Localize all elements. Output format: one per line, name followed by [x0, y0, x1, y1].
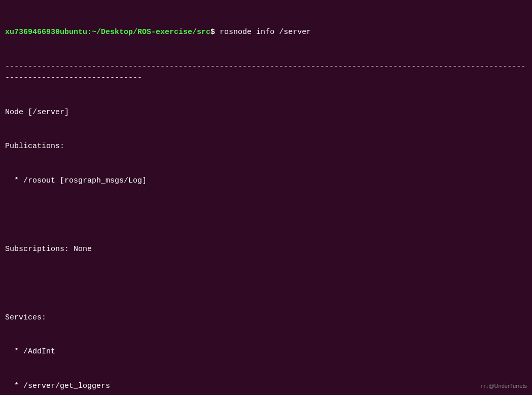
blank-2	[5, 278, 527, 290]
addint-service: * /AddInt	[5, 346, 527, 358]
node-line: Node [/server]	[5, 107, 527, 119]
blank-1	[5, 209, 527, 221]
publications-label: Publications:	[5, 141, 527, 153]
separator-line: ----------------------------------------…	[5, 61, 527, 84]
terminal-output: xu7369466930ubuntu:~/Desktop/ROS-exercis…	[5, 4, 527, 395]
current-path: ~/Desktop/ROS-exercise/src	[92, 28, 210, 37]
prompt-line: xu7369466930ubuntu:~/Desktop/ROS-exercis…	[5, 27, 527, 39]
path-separator: :~/Desktop/ROS-exercise/src	[87, 28, 210, 37]
command-text: rosnode info /server	[215, 28, 311, 37]
get-loggers-service: * /server/get_loggers	[5, 381, 527, 392]
rosout-pub: * /rosout [rosgraph_msgs/Log]	[5, 175, 527, 187]
subscriptions-line: Subscriptions: None	[5, 244, 527, 256]
dollar-sign: $	[210, 28, 215, 37]
services-label: Services:	[5, 312, 527, 324]
user-host: xu7369466930ubuntu	[5, 28, 87, 37]
watermark: ↑↑↓@UnderTurrets	[480, 382, 527, 390]
